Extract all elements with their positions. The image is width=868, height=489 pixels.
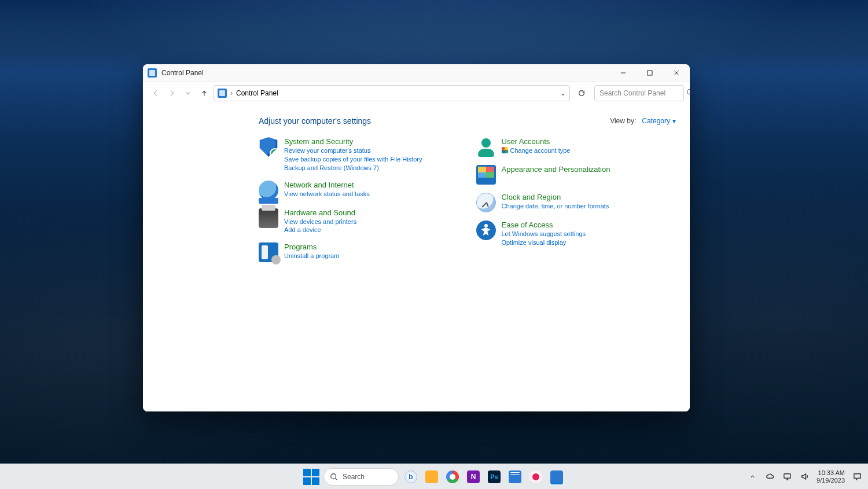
content-area: Adjust your computer's settings View by:… (143, 105, 690, 411)
page-title: Adjust your computer's settings (259, 116, 371, 126)
category-title[interactable]: Clock and Region (502, 193, 609, 201)
category-link[interactable]: Let Windows suggest settings (502, 230, 586, 238)
category-appear: Appearance and Personalization (476, 165, 676, 185)
globe-icon (259, 181, 278, 200)
category-user: User AccountsChange account type (476, 137, 676, 157)
svg-rect-0 (648, 71, 652, 75)
taskbar-app-brave[interactable] (527, 468, 545, 486)
category-globe: Network and InternetView network status … (259, 181, 459, 200)
taskbar-time: 10:33 AM (816, 469, 845, 477)
control-panel-window: Control Panel › Control Panel ⌄ (143, 64, 690, 411)
start-button[interactable] (303, 468, 320, 486)
svg-rect-3 (784, 474, 790, 479)
forward-button[interactable] (165, 86, 179, 100)
onedrive-icon[interactable] (764, 472, 775, 482)
user-icon (476, 137, 496, 157)
taskbar-clock[interactable]: 10:33 AM 9/19/2023 (816, 469, 845, 484)
viewby-label: View by: (610, 117, 636, 125)
sound-icon[interactable] (799, 472, 810, 482)
control-panel-icon (148, 68, 157, 78)
taskbar-app-chrome[interactable] (444, 468, 461, 486)
clock-icon (476, 193, 496, 212)
taskbar-search[interactable]: Search (323, 468, 399, 486)
recent-dropdown[interactable] (181, 86, 195, 100)
category-shield: System and SecurityReview your computer'… (259, 137, 459, 172)
category-link[interactable]: View devices and printers (284, 218, 356, 226)
category-link[interactable]: Change account type (502, 146, 571, 155)
category-link[interactable]: Uninstall a program (284, 252, 339, 260)
minimize-button[interactable] (610, 64, 637, 81)
category-title[interactable]: Ease of Access (502, 220, 586, 229)
taskbar-app-control-panel[interactable] (548, 468, 565, 486)
notifications-button[interactable] (852, 472, 862, 482)
search-box[interactable] (594, 85, 684, 101)
chevron-down-icon: ▾ (672, 117, 676, 125)
navigation-bar: › Control Panel ⌄ (143, 82, 690, 105)
category-title[interactable]: User Accounts (502, 137, 571, 146)
search-icon (686, 88, 690, 98)
category-link[interactable]: Backup and Restore (Windows 7) (284, 164, 422, 172)
network-icon[interactable] (782, 472, 792, 482)
category-title[interactable]: Network and Internet (284, 181, 370, 189)
system-tray: 10:33 AM 9/19/2023 (747, 469, 862, 484)
viewby-dropdown[interactable]: Category ▾ (642, 117, 676, 125)
category-column-left: System and SecurityReview your computer'… (259, 137, 459, 270)
chevron-right-icon: › (230, 89, 233, 97)
category-programs: ProgramsUninstall a program (259, 242, 459, 262)
close-button[interactable] (663, 64, 690, 81)
refresh-button[interactable] (575, 86, 589, 100)
search-input[interactable] (599, 89, 686, 97)
programs-icon (259, 242, 278, 262)
taskbar-app-onenote[interactable] (465, 468, 482, 486)
category-printer: Hardware and SoundView devices and print… (259, 208, 459, 235)
category-title[interactable]: Hardware and Sound (284, 208, 356, 217)
taskbar-search-label: Search (343, 473, 365, 481)
category-link[interactable]: Change date, time, or number formats (502, 202, 609, 211)
taskbar-app-explorer[interactable] (423, 468, 440, 486)
taskbar: Search 10:33 AM 9/19/2023 (0, 464, 868, 489)
taskbar-app-notepad[interactable] (506, 468, 524, 486)
address-icon (218, 89, 227, 98)
category-column-right: User AccountsChange account typeAppearan… (476, 137, 676, 270)
taskbar-app-photoshop[interactable] (486, 468, 503, 486)
category-title[interactable]: System and Security (284, 137, 422, 146)
category-link[interactable]: Save backup copies of your files with Fi… (284, 155, 422, 164)
maximize-button[interactable] (637, 64, 663, 81)
printer-icon (259, 208, 278, 228)
category-link[interactable]: View network status and tasks (284, 190, 370, 198)
taskbar-date: 9/19/2023 (816, 477, 845, 484)
category-title[interactable]: Programs (284, 242, 339, 251)
back-button[interactable] (149, 86, 163, 100)
chevron-down-icon[interactable]: ⌄ (560, 89, 566, 97)
category-link[interactable]: Add a device (284, 226, 356, 234)
up-button[interactable] (197, 86, 211, 100)
address-bar[interactable]: › Control Panel ⌄ (214, 85, 570, 101)
category-ease: Ease of AccessLet Windows suggest settin… (476, 220, 676, 247)
category-link[interactable]: Optimize visual display (502, 238, 586, 247)
svg-point-2 (331, 473, 336, 479)
shield-icon (259, 137, 278, 157)
tray-overflow-button[interactable] (747, 472, 757, 482)
svg-point-1 (687, 90, 690, 94)
ease-icon (476, 220, 496, 240)
window-title: Control Panel (161, 69, 204, 77)
category-title[interactable]: Appearance and Personalization (502, 165, 610, 174)
category-link[interactable]: Review your computer's status (284, 146, 422, 155)
breadcrumb[interactable]: Control Panel (236, 89, 278, 97)
titlebar: Control Panel (143, 64, 690, 82)
category-clock: Clock and RegionChange date, time, or nu… (476, 193, 676, 212)
taskbar-app-bing[interactable] (402, 468, 420, 486)
appear-icon (476, 165, 496, 185)
